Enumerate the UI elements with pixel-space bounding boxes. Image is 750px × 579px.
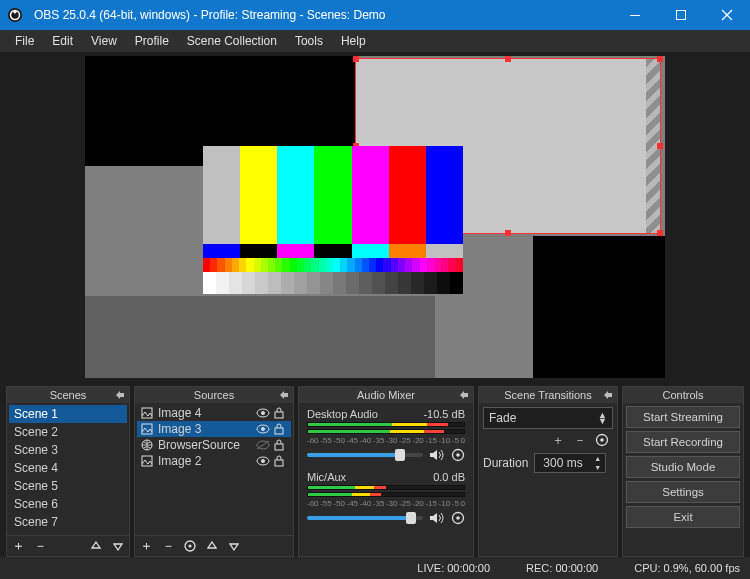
preview-layer-colorbars	[203, 146, 463, 294]
mixer-title: Audio Mixer	[357, 389, 415, 401]
move-scene-down-button[interactable]	[111, 539, 125, 553]
scene-item[interactable]: Scene 5	[9, 477, 127, 495]
duration-spinbox[interactable]: 300 ms ▲ ▼	[534, 453, 605, 473]
lock-toggle[interactable]	[274, 455, 288, 467]
visibility-toggle[interactable]	[256, 424, 270, 434]
speaker-icon[interactable]	[429, 511, 445, 525]
menu-scene-collection[interactable]: Scene Collection	[178, 31, 286, 51]
meter-ticks: -60-55-50-45-40-35-30-25-20-15-10-50	[307, 499, 465, 508]
scene-item[interactable]: Scene 3	[9, 441, 127, 459]
docks: Scenes Scene 1Scene 2Scene 3Scene 4Scene…	[0, 382, 750, 557]
transition-select[interactable]: Fade ▲▼	[483, 407, 613, 429]
lock-toggle[interactable]	[274, 407, 288, 419]
duration-value: 300 ms	[535, 454, 590, 472]
remove-transition-button[interactable]: －	[573, 433, 587, 447]
selection-handle-ne[interactable]	[657, 56, 663, 62]
selection-handle-e[interactable]	[657, 143, 663, 149]
visibility-toggle[interactable]	[256, 456, 270, 466]
close-button[interactable]	[704, 0, 750, 30]
move-source-up-button[interactable]	[205, 539, 219, 553]
svg-point-28	[600, 438, 604, 442]
add-scene-button[interactable]: ＋	[11, 539, 25, 553]
exit-button[interactable]: Exit	[626, 506, 740, 528]
minimize-button[interactable]	[612, 0, 658, 30]
lock-toggle[interactable]	[274, 423, 288, 435]
menu-file[interactable]: File	[6, 31, 43, 51]
source-row[interactable]: Image 4	[137, 405, 291, 421]
preview-canvas[interactable]	[85, 56, 665, 378]
scenes-toolbar: ＋ －	[7, 535, 129, 556]
sources-panel: Sources Image 4Image 3BrowserSourceImage…	[134, 386, 294, 557]
selection-handle-s[interactable]	[505, 230, 511, 236]
source-row[interactable]: BrowserSource	[137, 437, 291, 453]
scene-item[interactable]: Scene 2	[9, 423, 127, 441]
settings-button[interactable]: Settings	[626, 481, 740, 503]
controls-body: Start StreamingStart RecordingStudio Mod…	[623, 403, 743, 556]
preview-layer-black-2	[533, 236, 665, 378]
popout-icon[interactable]	[459, 390, 469, 400]
menu-view[interactable]: View	[82, 31, 126, 51]
svg-point-7	[261, 411, 265, 415]
svg-rect-20	[275, 460, 283, 466]
remove-source-button[interactable]: －	[161, 539, 175, 553]
maximize-button[interactable]	[658, 0, 704, 30]
transition-settings-button[interactable]	[595, 433, 609, 447]
studio-mode-button[interactable]: Studio Mode	[626, 456, 740, 478]
spin-up-button[interactable]: ▲	[591, 454, 605, 463]
controls-title: Controls	[663, 389, 704, 401]
add-source-button[interactable]: ＋	[139, 539, 153, 553]
vu-meter-l	[307, 422, 465, 427]
volume-slider[interactable]	[307, 453, 423, 457]
scene-item[interactable]: Scene 4	[9, 459, 127, 477]
transition-selected-value: Fade	[489, 411, 516, 425]
selection-handle-n[interactable]	[505, 56, 511, 62]
audio-mixer-panel: Audio Mixer Desktop Audio-10.5 dB-60-55-…	[298, 386, 474, 557]
popout-icon[interactable]	[279, 390, 289, 400]
vu-meter-l	[307, 485, 465, 490]
menu-edit[interactable]: Edit	[43, 31, 82, 51]
start-streaming-button[interactable]: Start Streaming	[626, 406, 740, 428]
source-row[interactable]: Image 2	[137, 453, 291, 469]
menu-profile[interactable]: Profile	[126, 31, 178, 51]
vu-meter-r	[307, 492, 465, 497]
scenes-title: Scenes	[50, 389, 87, 401]
selection-handle-se[interactable]	[657, 230, 663, 236]
visibility-toggle[interactable]	[256, 408, 270, 418]
popout-icon[interactable]	[115, 390, 125, 400]
lock-toggle[interactable]	[274, 439, 288, 451]
scene-item[interactable]: Scene 6	[9, 495, 127, 513]
source-label: Image 4	[158, 406, 252, 420]
start-recording-button[interactable]: Start Recording	[626, 431, 740, 453]
controls-header: Controls	[623, 387, 743, 403]
channel-db: -10.5 dB	[423, 408, 465, 420]
move-scene-up-button[interactable]	[89, 539, 103, 553]
add-transition-button[interactable]: ＋	[551, 433, 565, 447]
source-label: Image 3	[158, 422, 252, 436]
channel-settings-button[interactable]	[451, 511, 465, 525]
status-cpu: CPU: 0.9%, 60.00 fps	[634, 562, 740, 574]
preview-area	[0, 52, 750, 382]
scene-item[interactable]: Scene 7	[9, 513, 127, 531]
scene-item[interactable]: Scene 1	[9, 405, 127, 423]
channel-settings-button[interactable]	[451, 448, 465, 462]
channel-name: Desktop Audio	[307, 408, 378, 420]
move-source-down-button[interactable]	[227, 539, 241, 553]
speaker-icon[interactable]	[429, 448, 445, 462]
menu-help[interactable]: Help	[332, 31, 375, 51]
popout-icon[interactable]	[603, 390, 613, 400]
spin-down-button[interactable]: ▼	[591, 463, 605, 472]
duration-label: Duration	[483, 456, 528, 470]
source-row[interactable]: Image 3	[137, 421, 291, 437]
source-properties-button[interactable]	[183, 539, 197, 553]
source-label: BrowserSource	[158, 438, 252, 452]
svg-point-26	[456, 516, 460, 520]
window-title: OBS 25.0.4 (64-bit, windows) - Profile: …	[30, 8, 612, 22]
remove-scene-button[interactable]: －	[33, 539, 47, 553]
svg-point-2	[13, 10, 16, 13]
svg-point-19	[261, 459, 265, 463]
menu-tools[interactable]: Tools	[286, 31, 332, 51]
volume-slider[interactable]	[307, 516, 423, 520]
window-titlebar: OBS 25.0.4 (64-bit, windows) - Profile: …	[0, 0, 750, 30]
visibility-toggle[interactable]	[256, 440, 270, 450]
selection-handle-nw[interactable]	[353, 56, 359, 62]
